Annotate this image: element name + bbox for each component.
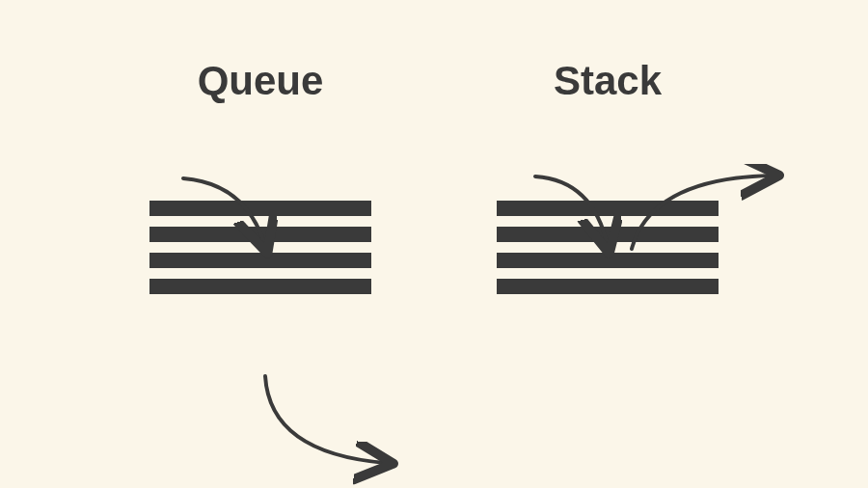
stack-structure: Stack — [497, 58, 719, 294]
queue-bars — [149, 201, 371, 294]
queue-bar — [149, 227, 371, 242]
stack-bar — [497, 253, 719, 268]
queue-structure: Queue — [149, 58, 371, 294]
queue-title: Queue — [198, 58, 324, 104]
queue-bar — [149, 201, 371, 216]
queue-output-arrow-icon — [251, 371, 434, 487]
stack-bar — [497, 227, 719, 242]
stack-bar — [497, 201, 719, 216]
queue-bar — [149, 253, 371, 268]
queue-bar — [149, 279, 371, 294]
stack-bar — [497, 279, 719, 294]
stack-bars — [497, 201, 719, 294]
diagram-container: Queue Stack — [0, 0, 868, 294]
stack-title: Stack — [554, 58, 662, 104]
